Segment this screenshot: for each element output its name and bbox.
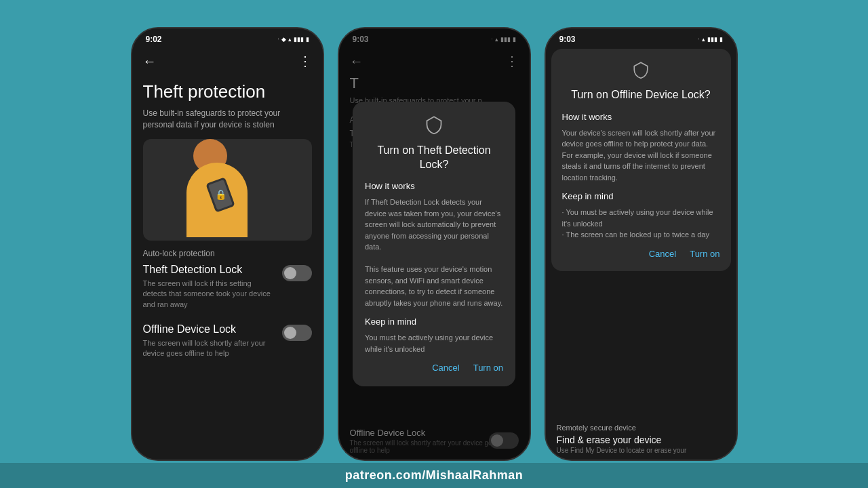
right-remotely-secure: Remotely secure device <box>557 424 726 432</box>
left-status-bar: 9:02 ⋅ ◆ ▴ ▮▮▮ ▮ <box>132 28 323 47</box>
middle-dialog-buttons: Cancel Turn on <box>365 363 503 373</box>
right-signal-icon: ▮▮▮ <box>707 36 717 43</box>
lock-icon-hero: 🔒 <box>215 189 226 200</box>
illustration: 🔒 <box>173 142 281 237</box>
middle-keep-in-mind-text: You must be actively using your device w… <box>365 332 503 354</box>
right-wifi-icon: ▴ <box>702 36 705 43</box>
middle-turn-on-button[interactable]: Turn on <box>473 363 503 373</box>
left-phone: 9:02 ⋅ ◆ ▴ ▮▮▮ ▮ ← ⋮ Theft protection Us… <box>131 27 324 461</box>
watermark-bar: patreon.com/MishaalRahman <box>0 463 868 488</box>
right-bottom-area: Remotely secure device Find & erase your… <box>546 418 736 460</box>
left-hero-image: 🔒 <box>143 139 312 241</box>
middle-how-it-works-text: If Theft Detection Lock detects your dev… <box>365 197 503 308</box>
left-offline-device-desc: The screen will lock shortly after your … <box>143 338 275 359</box>
left-offline-device-text: Offline Device Lock The screen will lock… <box>143 323 282 367</box>
left-theft-detection-toggle[interactable] <box>282 265 312 281</box>
wifi-icon: ▴ <box>288 36 292 43</box>
right-find-erase-desc: Use Find My Device to locate or erase yo… <box>557 447 726 454</box>
right-status-icons: ⋅ ▴ ▮▮▮ ▮ <box>698 36 723 43</box>
left-offline-device-title: Offline Device Lock <box>143 323 275 336</box>
middle-dialog-title: Turn on Theft Detection Lock? <box>365 144 503 172</box>
left-subtitle: Use built-in safeguards to protect your … <box>143 108 312 131</box>
left-section-label: Auto-lock protection <box>143 249 312 258</box>
left-page-title: Theft protection <box>143 81 312 102</box>
right-keep-in-mind-items: · You must be actively using your device… <box>562 207 720 241</box>
left-offline-device-row: Offline Device Lock The screen will lock… <box>143 323 312 367</box>
battery-icon: ▮ <box>306 36 309 43</box>
left-theft-detection-title: Theft Detection Lock <box>143 264 275 276</box>
left-back-button[interactable]: ← <box>143 54 157 69</box>
left-theft-detection-text: Theft Detection Lock The screen will loc… <box>143 264 282 318</box>
right-status-time: 9:03 <box>559 35 576 44</box>
right-phone: 9:03 ⋅ ▴ ▮▮▮ ▮ ← Theft protection ⋮ Use … <box>545 27 738 461</box>
right-cancel-button[interactable]: Cancel <box>649 249 676 259</box>
right-dialog-buttons: Cancel Turn on <box>562 249 720 259</box>
left-status-icons: ⋅ ◆ ▴ ▮▮▮ ▮ <box>277 36 309 43</box>
left-menu-button[interactable]: ⋮ <box>298 53 312 69</box>
signal-icon: ▮▮▮ <box>294 36 304 43</box>
left-theft-detection-desc: The screen will lock if this setting det… <box>143 279 275 310</box>
left-theft-detection-row: Theft Detection Lock The screen will loc… <box>143 264 312 318</box>
middle-how-it-works-header: How it works <box>365 181 503 191</box>
right-dialog-title: Turn on Offline Device Lock? <box>562 88 720 102</box>
left-phone-content: Theft protection Use built-in safeguards… <box>132 75 323 460</box>
nfc-icon: ◆ <box>281 36 286 43</box>
middle-dialog: Turn on Theft Detection Lock? How it wor… <box>353 102 515 387</box>
right-how-it-works-text: Your device's screen will lock shortly a… <box>562 127 720 184</box>
right-bluetooth-icon: ⋅ <box>698 36 700 43</box>
left-status-time: 9:02 <box>146 35 162 44</box>
right-find-erase-title: Find & erase your device <box>557 434 726 445</box>
middle-dialog-overlay: Turn on Theft Detection Lock? How it wor… <box>339 28 530 460</box>
right-battery-icon: ▮ <box>719 36 723 43</box>
watermark-text: patreon.com/MishaalRahman <box>345 468 524 482</box>
right-how-it-works-header: How it works <box>562 112 720 122</box>
right-dialog-shield-icon <box>562 61 720 83</box>
right-turn-on-button[interactable]: Turn on <box>690 249 719 259</box>
middle-cancel-button[interactable]: Cancel <box>432 363 459 373</box>
middle-dialog-shield-icon <box>365 115 503 138</box>
middle-keep-in-mind-header: Keep in mind <box>365 317 503 327</box>
right-status-bar: 9:03 ⋅ ▴ ▮▮▮ ▮ <box>546 28 736 47</box>
middle-phone: 9:03 ⋅ ▴ ▮▮▮ ▮ ← ⋮ T Use built-in safegu… <box>338 27 531 461</box>
left-offline-device-toggle[interactable] <box>282 325 312 341</box>
right-keep-in-mind-header: Keep in mind <box>562 191 720 201</box>
right-dialog: Turn on Offline Device Lock? How it work… <box>551 49 731 271</box>
bluetooth-icon: ⋅ <box>277 36 279 43</box>
phones-container: 9:02 ⋅ ◆ ▴ ▮▮▮ ▮ ← ⋮ Theft protection Us… <box>0 14 868 474</box>
left-top-bar: ← ⋮ <box>132 47 323 75</box>
